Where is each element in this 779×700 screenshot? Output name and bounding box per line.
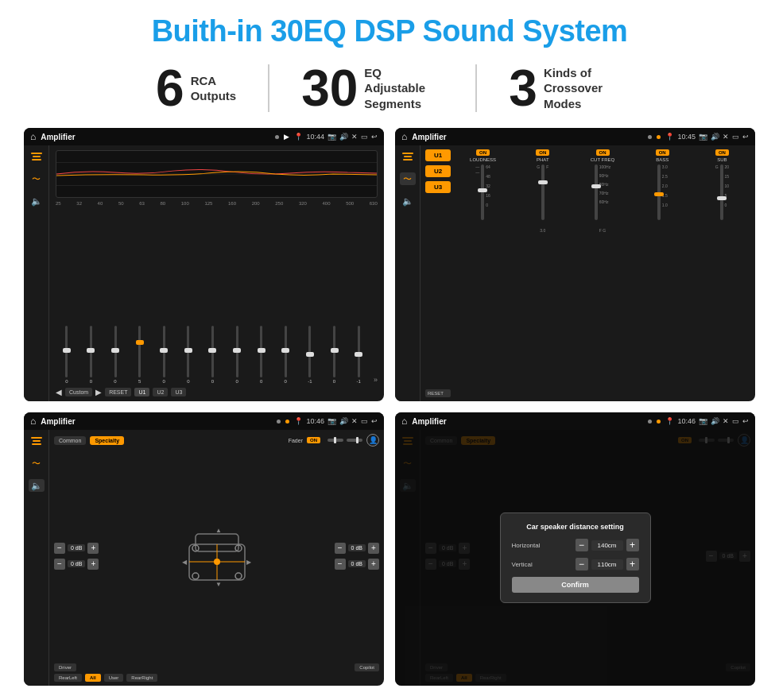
bass-on[interactable]: ON (656, 149, 669, 156)
loudness-on[interactable]: ON (476, 149, 490, 156)
reset-btn-eq[interactable]: RESET (105, 388, 131, 396)
db-value-2: 0 dB (68, 560, 85, 567)
horizontal-minus[interactable]: − (576, 539, 588, 551)
all-btn[interactable]: All (85, 674, 101, 682)
left-sidebar-crossover: 〜 🔈 (395, 145, 421, 401)
user-icon-speaker[interactable]: 👤 (366, 434, 379, 447)
db-row-2: − 0 dB + (54, 559, 99, 570)
speaker-icon-s[interactable]: 🔈 (29, 479, 45, 492)
u2-crossover[interactable]: U2 (425, 165, 451, 177)
eq-footer: ◀ Custom ▶ RESET U1 U2 U3 (56, 388, 378, 396)
status-bar-speaker: ⌂ Amplifier 📍 10:46 📷 🔊 ✕ ▭ ↩ (24, 412, 384, 430)
slider-7: 0 (202, 326, 224, 384)
next-icon[interactable]: ▶ (95, 388, 102, 396)
db-value-3: 0 dB (348, 544, 366, 551)
fader-label: Fader (289, 438, 303, 443)
home-icon-crossover[interactable]: ⌂ (401, 131, 407, 142)
u1-crossover[interactable]: U1 (425, 149, 451, 161)
wave-icon-c[interactable]: 〜 (400, 172, 416, 185)
copilot-btn[interactable]: Copilot (355, 663, 379, 671)
vertical-minus[interactable]: − (576, 558, 588, 570)
eq-icon-s[interactable] (29, 435, 45, 447)
user-btn[interactable]: User (104, 674, 124, 682)
speaker-right-controls: − 0 dB + − 0 dB + (335, 543, 379, 570)
status-title-dialog: Amplifier (412, 417, 643, 426)
db-plus-3[interactable]: + (368, 543, 379, 554)
rearright-btn[interactable]: RearRight (126, 674, 157, 682)
status-dot-speaker (277, 420, 281, 423)
left-sidebar-speaker: 〜 🔈 (24, 430, 49, 686)
vol-icon-s: 🔊 (339, 417, 348, 425)
u3-crossover[interactable]: U3 (425, 181, 451, 193)
sub-on[interactable]: ON (715, 149, 729, 156)
dialog-horizontal-row: Horizontal − 140cm + (512, 539, 639, 551)
vertical-plus[interactable]: + (626, 558, 639, 570)
wave-icon[interactable]: 〜 (29, 172, 45, 185)
svg-text:▼: ▼ (215, 581, 222, 588)
prev-icon[interactable]: ◀ (56, 388, 62, 396)
rearleft-btn[interactable]: RearLeft (54, 674, 82, 682)
left-sidebar-eq: 〜 🔈 (24, 145, 49, 401)
db-plus-4[interactable]: + (368, 559, 379, 570)
sub-slider[interactable] (720, 164, 723, 220)
phat-label: PHAT (537, 157, 549, 162)
driver-btn[interactable]: Driver (54, 663, 76, 671)
fader-bar-2[interactable] (347, 439, 362, 442)
u1-btn-eq[interactable]: U1 (134, 388, 149, 396)
reset-crossover[interactable]: RESET (425, 389, 451, 397)
speaker-area: Common Specialty Fader ON 👤 − (49, 430, 384, 686)
wave-icon-s[interactable]: 〜 (29, 457, 45, 470)
eq-icon-c[interactable] (400, 150, 416, 163)
home-icon-speaker[interactable]: ⌂ (30, 416, 36, 427)
loudness-slider[interactable] (481, 164, 484, 220)
db-minus-1[interactable]: − (54, 543, 65, 554)
stats-row: 6 RCAOutputs 30 EQ AdjustableSegments 3 … (24, 63, 755, 114)
dialog-vertical-row: Vertical − 110cm + (512, 558, 639, 570)
specialty-mode-btn[interactable]: Specialty (90, 436, 124, 445)
common-mode-btn[interactable]: Common (54, 436, 86, 445)
crossover-left: U1 U2 U3 RESET (425, 149, 451, 397)
ch-loudness: ON LOUDNESS —— 644832160 (455, 149, 511, 397)
db-minus-2[interactable]: − (54, 559, 65, 570)
sub-label: SUB (717, 157, 727, 162)
db-plus-1[interactable]: + (87, 543, 99, 554)
eq-icon[interactable] (29, 150, 45, 163)
speaker-left-controls: − 0 dB + − 0 dB + (54, 543, 99, 570)
location-icon-eq: 📍 (294, 133, 303, 141)
fader-on-badge[interactable]: ON (307, 437, 320, 443)
ch-sub: ON SUB G 20151050 (694, 149, 750, 397)
phat-slider[interactable] (541, 164, 545, 220)
time-eq: 10:44 (306, 133, 324, 141)
cutfreq-on[interactable]: ON (596, 149, 610, 156)
loudness-label: LOUDNESS (470, 157, 496, 162)
u3-btn-eq[interactable]: U3 (171, 388, 186, 396)
speaker-icon-c[interactable]: 🔈 (400, 195, 416, 207)
speaker-diagram-area: − 0 dB + − 0 dB + (54, 451, 379, 661)
home-icon-eq[interactable]: ⌂ (30, 131, 36, 142)
status-right-eq: 📍 10:44 📷 🔊 ✕ ▭ ↩ (294, 133, 378, 141)
bass-slider[interactable] (657, 164, 661, 220)
location-icon-s: 📍 (294, 417, 303, 425)
db-plus-2[interactable]: + (87, 559, 99, 570)
custom-btn[interactable]: Custom (65, 388, 92, 396)
time-s: 10:46 (306, 417, 324, 425)
status-bar-eq: ⌂ Amplifier ▶ 📍 10:44 📷 🔊 ✕ ▭ ↩ (24, 128, 384, 145)
speaker-icon[interactable]: 🔈 (29, 195, 45, 207)
u2-btn-eq[interactable]: U2 (153, 388, 168, 396)
x-icon-d: ✕ (723, 417, 729, 425)
fader-bar-1[interactable] (327, 439, 343, 442)
horizontal-plus[interactable]: + (626, 539, 639, 551)
slider-13: -1 (347, 326, 370, 384)
cutfreq-slider[interactable] (595, 164, 598, 220)
slider-3: 0 (104, 326, 126, 384)
db-minus-4[interactable]: − (335, 559, 346, 570)
phat-on[interactable]: ON (536, 149, 549, 156)
home-icon-dialog[interactable]: ⌂ (401, 416, 407, 427)
ch-phat: ON PHAT G F 3.0 (514, 149, 571, 397)
speaker-top: Common Specialty Fader ON 👤 (54, 434, 379, 447)
speaker-footer: Driver Copilot (54, 663, 379, 671)
slider-5: 0 (153, 326, 175, 384)
status-dot2-speaker (285, 420, 289, 423)
confirm-button[interactable]: Confirm (512, 577, 639, 593)
db-minus-3[interactable]: − (335, 543, 346, 554)
